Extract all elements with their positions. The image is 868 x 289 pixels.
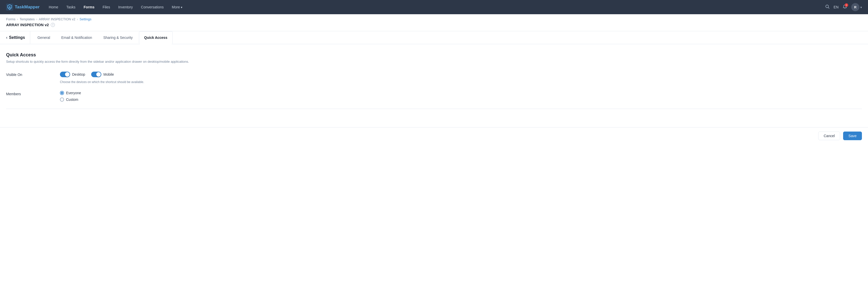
tab-quick-access[interactable]: Quick Access (139, 31, 173, 44)
toggle-hint: Choose the devices on which the shortcut… (60, 80, 144, 84)
section-title: Quick Access (6, 52, 862, 58)
user-avatar-wrapper[interactable]: R (851, 3, 862, 11)
mobile-toggle-item[interactable]: Mobile (91, 72, 114, 77)
brand[interactable]: TaskMapper (6, 4, 40, 11)
nav-inventory[interactable]: Inventory (115, 3, 136, 11)
footer: Cancel Save (0, 127, 868, 144)
language-selector[interactable]: EN (834, 5, 839, 9)
toggle-group: Desktop Mobile (60, 72, 144, 77)
search-button[interactable] (825, 4, 830, 10)
tab-email-notification[interactable]: Email & Notification (56, 31, 97, 44)
breadcrumb-sep-3 (77, 17, 78, 21)
nav-forms[interactable]: Forms (81, 3, 97, 11)
visible-on-label: Visible On (6, 72, 52, 77)
members-radio-group: Everyone Custom (60, 91, 81, 102)
nav-more[interactable]: More (169, 3, 186, 11)
breadcrumb-sep-2 (36, 17, 37, 21)
nav-home[interactable]: Home (46, 3, 61, 11)
visible-on-row: Visible On Desktop Mobile (6, 72, 862, 84)
breadcrumb-sep-1 (17, 17, 18, 21)
page-title: ARRAY INSPECTION v2 (6, 23, 49, 27)
settings-tabs-header: ‹ Settings General Email & Notification … (0, 31, 868, 44)
breadcrumb-templates[interactable]: Templates (20, 17, 34, 21)
brand-name: TaskMapper (15, 5, 40, 10)
breadcrumb-forms[interactable]: Forms (6, 17, 16, 21)
radio-custom[interactable]: Custom (60, 98, 81, 102)
avatar-chevron-icon (860, 5, 862, 9)
svg-point-1 (826, 5, 828, 8)
members-row: Members Everyone Custom (6, 91, 862, 102)
desktop-label: Desktop (72, 72, 85, 76)
tab-general[interactable]: General (32, 31, 55, 44)
breadcrumb-form-name[interactable]: ARRAY INSPECTION v2 (39, 17, 75, 21)
nav-conversations[interactable]: Conversations (138, 3, 167, 11)
settings-label: Settings (9, 35, 25, 40)
back-arrow-icon: ‹ (6, 35, 7, 40)
radio-everyone[interactable]: Everyone (60, 91, 81, 95)
mobile-toggle[interactable] (91, 72, 101, 77)
cancel-button[interactable]: Cancel (818, 132, 840, 140)
nav-files[interactable]: Files (99, 3, 113, 11)
nav-right: EN 1 R (825, 3, 862, 11)
section-description: Setup shortcuts to quickly access the fo… (6, 60, 862, 63)
nav-tasks[interactable]: Tasks (63, 3, 79, 11)
notification-badge: 1 (845, 3, 848, 7)
brand-logo-icon (6, 4, 13, 11)
radio-custom-label: Custom (66, 98, 78, 102)
quick-access-content: Quick Access Setup shortcuts to quickly … (0, 44, 868, 117)
search-icon (825, 4, 830, 9)
info-icon[interactable]: i (51, 23, 55, 27)
radio-dot-everyone (61, 92, 63, 94)
members-label: Members (6, 91, 52, 96)
desktop-toggle-item[interactable]: Desktop (60, 72, 85, 77)
breadcrumb-current: Settings (80, 17, 91, 21)
settings-tab-list: General Email & Notification Sharing & S… (32, 31, 173, 44)
settings-back-button[interactable]: ‹ Settings (6, 31, 30, 44)
navbar: TaskMapper Home Tasks Forms Files Invent… (0, 0, 868, 14)
notifications-button[interactable]: 1 (843, 4, 847, 10)
breadcrumb: Forms Templates ARRAY INSPECTION v2 Sett… (0, 14, 868, 22)
desktop-toggle[interactable] (60, 72, 70, 77)
mobile-label: Mobile (103, 72, 114, 76)
radio-circle-custom (60, 98, 64, 102)
avatar: R (851, 3, 859, 11)
page-title-row: ARRAY INSPECTION v2 i (0, 22, 868, 31)
chevron-down-icon (181, 5, 182, 9)
save-button[interactable]: Save (843, 132, 862, 140)
radio-everyone-label: Everyone (66, 91, 81, 95)
visible-on-controls: Desktop Mobile Choose the devices on whi… (60, 72, 144, 84)
radio-circle-everyone (60, 91, 64, 95)
members-controls: Everyone Custom (60, 91, 81, 102)
tab-sharing-security[interactable]: Sharing & Security (98, 31, 138, 44)
